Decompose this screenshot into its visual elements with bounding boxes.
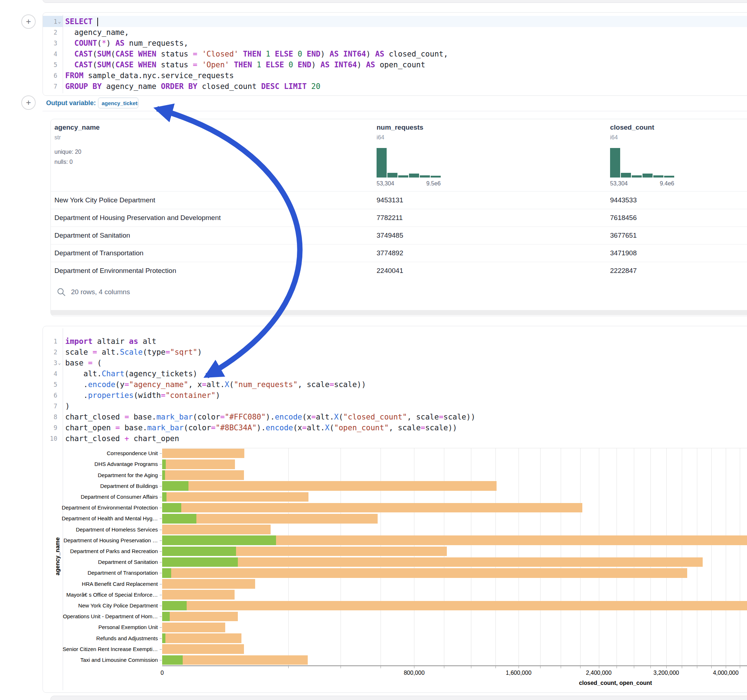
line-number: 4 bbox=[43, 368, 57, 379]
column-name: closed_count bbox=[610, 124, 654, 131]
histogram-bar bbox=[420, 175, 430, 178]
code-line[interactable]: 3 COUNT(*) AS num_requests, bbox=[43, 38, 747, 48]
gutter-divider bbox=[63, 15, 63, 93]
column-name: num_requests bbox=[377, 124, 423, 131]
code-text: chart_closed = base.mark_bar(color="#FFC… bbox=[65, 412, 475, 422]
collapse-caret-icon[interactable]: ⌄ bbox=[58, 16, 61, 27]
code-text: alt.Chart(agency_tickets) bbox=[65, 368, 198, 379]
code-line[interactable]: 1import altair as alt bbox=[43, 336, 747, 347]
code-text: CAST(SUM(CASE WHEN status = 'Closed' THE… bbox=[65, 48, 448, 59]
line-number: 7 bbox=[43, 81, 57, 92]
code-text: chart_open = base.mark_bar(color="#8BC34… bbox=[65, 422, 457, 433]
code-text: scale = alt.Scale(type="sqrt") bbox=[65, 347, 202, 358]
line-number: 5 bbox=[43, 59, 57, 70]
line-number: 9 bbox=[43, 422, 57, 433]
histogram-bar bbox=[398, 175, 408, 178]
code-text: chart_closed + chart_open bbox=[65, 433, 179, 444]
code-line[interactable]: 4 CAST(SUM(CASE WHEN status = 'Closed' T… bbox=[43, 48, 747, 59]
code-line[interactable]: 6 .properties(width="container") bbox=[43, 390, 747, 401]
table-cell: 7782211 bbox=[377, 214, 403, 222]
code-line[interactable]: 1⌄SELECT bbox=[43, 16, 747, 27]
table-footer: 20 rows, 4 columns bbox=[51, 286, 747, 302]
histogram-max-label: 9.5e6 bbox=[377, 180, 441, 187]
line-number: 6 bbox=[43, 390, 57, 401]
collapse-caret-icon[interactable]: ⌄ bbox=[58, 358, 61, 368]
line-number: 2 bbox=[43, 347, 57, 358]
code-text: import altair as alt bbox=[65, 336, 156, 347]
line-number: 2 bbox=[43, 27, 57, 38]
table-cell: 3677651 bbox=[610, 232, 637, 240]
code-line[interactable]: 7) bbox=[43, 401, 747, 412]
histogram-bar bbox=[664, 176, 674, 178]
notebook-page: + + 1⌄SELECT 2 agency_name,3 COUNT(*) AS… bbox=[0, 0, 747, 700]
search-icon[interactable] bbox=[57, 287, 66, 297]
code-line[interactable]: 3⌄base = ( bbox=[43, 358, 747, 368]
output-variable-pill[interactable]: agency_tickets bbox=[98, 98, 138, 109]
histogram-bar bbox=[653, 175, 664, 178]
table-cell: 2222847 bbox=[610, 267, 637, 275]
column-type: i64 bbox=[377, 134, 384, 141]
gutter-divider bbox=[63, 328, 63, 690]
code-line[interactable]: 2scale = alt.Scale(type="sqrt") bbox=[43, 347, 747, 358]
table-cell: 3774892 bbox=[377, 249, 403, 257]
table-cell: 2240041 bbox=[377, 267, 403, 275]
table-row[interactable]: New York City Police Department945313194… bbox=[51, 191, 747, 209]
sql-cell[interactable]: 1⌄SELECT 2 agency_name,3 COUNT(*) AS num… bbox=[42, 12, 747, 96]
table-row[interactable]: Department of Transportation377489234719… bbox=[51, 244, 747, 262]
table-cell: 3749485 bbox=[377, 232, 403, 240]
code-line[interactable]: 8chart_closed = base.mark_bar(color="#FF… bbox=[43, 412, 747, 422]
line-number: 3 bbox=[43, 358, 57, 368]
table-cell: Department of Sanitation bbox=[54, 232, 130, 240]
code-line[interactable]: 7GROUP BY agency_name ORDER BY closed_co… bbox=[43, 81, 747, 92]
table-cell: 9443533 bbox=[610, 196, 637, 204]
line-number: 5 bbox=[43, 379, 57, 390]
code-text: GROUP BY agency_name ORDER BY closed_cou… bbox=[65, 81, 321, 92]
line-number: 1 bbox=[43, 336, 57, 347]
row-count-label: 20 rows, 4 columns bbox=[71, 288, 130, 296]
table-cell: New York City Police Department bbox=[54, 196, 155, 204]
divider bbox=[42, 111, 747, 111]
table-cell: 7618456 bbox=[610, 214, 637, 222]
column-name: agency_name bbox=[54, 124, 100, 131]
column-stat-nulls: nulls: 0 bbox=[54, 159, 73, 165]
line-number: 8 bbox=[43, 412, 57, 422]
histogram-bar bbox=[621, 173, 631, 178]
output-variable-label: Output variable: bbox=[46, 100, 96, 107]
table-cell: 3471908 bbox=[610, 249, 637, 257]
table-row[interactable]: Department of Sanitation37494853677651 bbox=[51, 226, 747, 244]
code-line[interactable]: 2 agency_name, bbox=[43, 27, 747, 38]
code-line[interactable]: 5 .encode(y="agency_name", x=alt.X("num_… bbox=[43, 379, 747, 390]
column-header-agency_name[interactable]: agency_namestrunique: 20nulls: 0 bbox=[54, 119, 173, 191]
code-text: ) bbox=[65, 401, 70, 412]
table-cell: Department of Housing Preservation and D… bbox=[54, 214, 221, 222]
column-type: i64 bbox=[610, 134, 618, 141]
text-cursor bbox=[97, 18, 98, 26]
table-cell: Department of Environmental Protection bbox=[54, 267, 176, 275]
column-header-num_requests[interactable]: num_requestsi6453,3049.5e6 bbox=[377, 119, 496, 191]
histogram-bar bbox=[377, 148, 387, 178]
table-row[interactable]: Department of Environmental Protection22… bbox=[51, 262, 747, 280]
code-line[interactable]: 10chart_closed + chart_open bbox=[43, 433, 747, 444]
code-line[interactable]: 9chart_open = base.mark_bar(color="#8BC3… bbox=[43, 422, 747, 433]
code-text: agency_name, bbox=[65, 27, 129, 38]
line-number: 10 bbox=[43, 433, 57, 444]
add-cell-button-middle[interactable]: + bbox=[21, 95, 36, 110]
table-cell: 9453131 bbox=[377, 196, 403, 204]
line-number: 6 bbox=[43, 70, 57, 81]
code-line[interactable]: 6FROM sample_data.nyc.service_requests bbox=[43, 70, 747, 81]
code-line[interactable]: 4 alt.Chart(agency_tickets) bbox=[43, 368, 747, 379]
code-line[interactable]: 5 CAST(SUM(CASE WHEN status = 'Open' THE… bbox=[43, 59, 747, 70]
table-row[interactable]: Department of Housing Preservation and D… bbox=[51, 209, 747, 227]
histogram-max-label: 9.4e6 bbox=[610, 180, 674, 187]
line-number: 1 bbox=[43, 16, 57, 27]
line-number: 7 bbox=[43, 401, 57, 412]
column-header-closed_count[interactable]: closed_counti6453,3049.4e6 bbox=[610, 119, 729, 191]
histogram-bar bbox=[643, 173, 653, 178]
histogram-bar bbox=[409, 173, 419, 178]
python-cell[interactable]: 1import altair as alt2scale = alt.Scale(… bbox=[42, 326, 747, 693]
histogram-bar bbox=[431, 176, 441, 178]
horizontal-scrollbar[interactable] bbox=[51, 310, 747, 315]
add-cell-button-top[interactable]: + bbox=[21, 14, 36, 29]
code-text: .encode(y="agency_name", x=alt.X("num_re… bbox=[65, 379, 366, 390]
previous-cell-partial bbox=[42, 0, 747, 3]
